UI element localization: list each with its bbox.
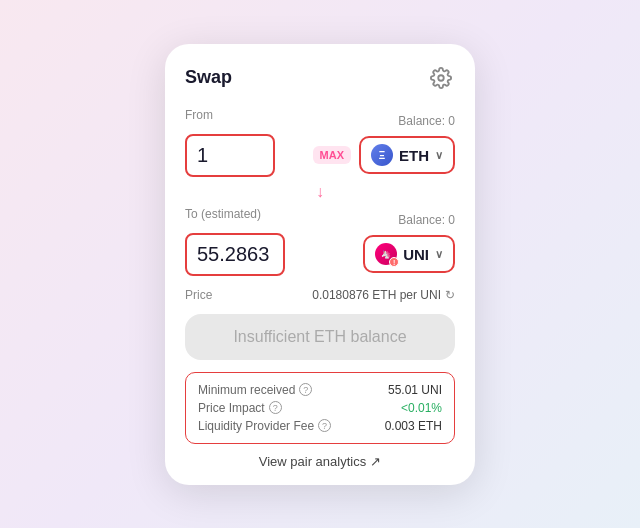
uni-chevron-icon: ∨: [435, 248, 443, 261]
lp-fee-info-icon[interactable]: ?: [318, 419, 331, 432]
min-received-info-icon[interactable]: ?: [299, 383, 312, 396]
refresh-icon[interactable]: ↻: [445, 288, 455, 302]
view-analytics-icon: ↗: [370, 454, 381, 469]
to-balance: Balance: 0: [398, 213, 455, 227]
swap-card: Swap From Balance: 0 MAX Ξ ETH: [165, 44, 475, 485]
price-label: Price: [185, 288, 212, 302]
lp-fee-value: 0.003 ETH: [385, 419, 442, 433]
from-amount-input[interactable]: [185, 134, 275, 177]
min-received-label: Minimum received: [198, 383, 295, 397]
svg-point-2: [438, 75, 444, 81]
price-impact-info-icon[interactable]: ?: [269, 401, 282, 414]
uni-token-selector[interactable]: 🦄 ! UNI ∨: [363, 235, 455, 273]
details-section: Minimum received ? 55.01 UNI Price Impac…: [185, 372, 455, 444]
price-impact-value: <0.01%: [401, 401, 442, 415]
uni-token-label: UNI: [403, 246, 429, 263]
to-amount-input[interactable]: [185, 233, 285, 276]
price-impact-row: Price Impact ? <0.01%: [198, 401, 442, 415]
to-section: To (estimated) Balance: 0 🦄 ! UNI ∨: [185, 207, 455, 276]
eth-token-selector[interactable]: Ξ ETH ∨: [359, 136, 455, 174]
card-header: Swap: [185, 64, 455, 92]
min-received-value: 55.01 UNI: [388, 383, 442, 397]
card-title: Swap: [185, 67, 232, 88]
price-impact-label: Price Impact: [198, 401, 265, 415]
min-received-row: Minimum received ? 55.01 UNI: [198, 383, 442, 397]
eth-token-label: ETH: [399, 147, 429, 164]
swap-direction-arrow[interactable]: ↓: [316, 183, 324, 201]
from-label: From: [185, 108, 213, 122]
price-value: 0.0180876 ETH per UNI: [312, 288, 441, 302]
from-section: From Balance: 0 MAX Ξ ETH ∨: [185, 108, 455, 177]
eth-icon: Ξ: [371, 144, 393, 166]
view-analytics-label: View pair analytics: [259, 454, 366, 469]
settings-icon[interactable]: [427, 64, 455, 92]
max-button[interactable]: MAX: [313, 146, 351, 164]
view-analytics-link[interactable]: View pair analytics ↗: [185, 454, 455, 469]
lp-fee-label: Liquidity Provider Fee: [198, 419, 314, 433]
price-row: Price 0.0180876 ETH per UNI ↻: [185, 288, 455, 302]
swap-direction-container: ↓: [185, 183, 455, 201]
to-label: To (estimated): [185, 207, 261, 221]
from-balance: Balance: 0: [398, 114, 455, 128]
lp-fee-row: Liquidity Provider Fee ? 0.003 ETH: [198, 419, 442, 433]
swap-button[interactable]: Insufficient ETH balance: [185, 314, 455, 360]
uni-icon: 🦄 !: [375, 243, 397, 265]
eth-chevron-icon: ∨: [435, 149, 443, 162]
